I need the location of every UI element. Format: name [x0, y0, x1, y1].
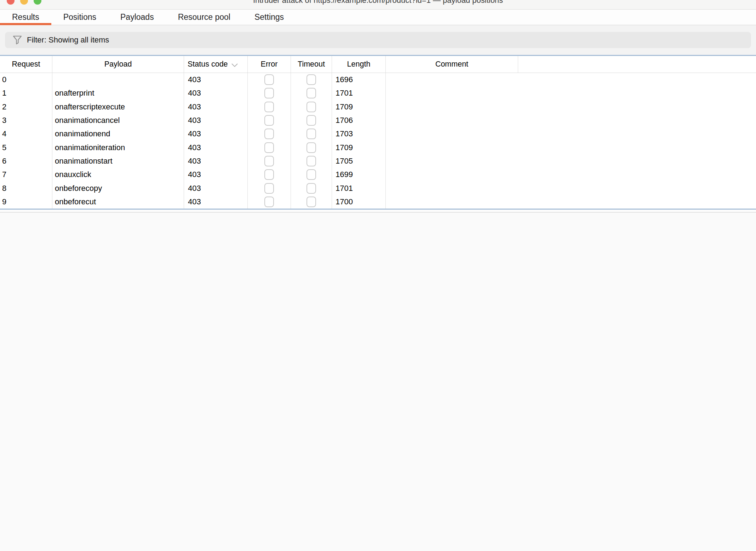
- table-row[interactable]: 7 onauxclick 403 1699: [0, 168, 756, 181]
- error-checkbox[interactable]: [264, 115, 274, 126]
- column-header-payload[interactable]: Payload: [52, 56, 184, 73]
- payload-cell: onanimationiteration: [52, 141, 184, 154]
- column-header-status-code[interactable]: Status code: [184, 56, 248, 73]
- table-row[interactable]: 2 onafterscriptexecute 403 1709: [0, 100, 756, 114]
- table-row[interactable]: 8 onbeforecopy 403 1701: [0, 181, 756, 195]
- comment-cell: [386, 100, 518, 114]
- status-code-cell: 403: [184, 73, 248, 86]
- error-checkbox[interactable]: [264, 142, 274, 153]
- payload-cell: onafterprint: [52, 86, 184, 100]
- table-row[interactable]: 6 onanimationstart 403 1705: [0, 154, 756, 168]
- error-checkbox[interactable]: [264, 169, 274, 180]
- error-checkbox[interactable]: [264, 102, 274, 112]
- error-checkbox[interactable]: [264, 74, 274, 85]
- status-code-cell: 403: [184, 100, 248, 114]
- column-header-error[interactable]: Error: [248, 56, 291, 73]
- payload-cell: onbeforecut: [52, 195, 184, 209]
- error-cell: [248, 127, 291, 141]
- timeout-cell: [291, 127, 332, 141]
- status-code-cell: 403: [184, 114, 248, 127]
- column-header-length[interactable]: Length: [332, 56, 386, 73]
- timeout-cell: [291, 73, 332, 86]
- error-cell: [248, 73, 291, 86]
- timeout-checkbox[interactable]: [307, 197, 316, 207]
- timeout-checkbox[interactable]: [307, 156, 316, 166]
- comment-cell: [386, 127, 518, 141]
- timeout-checkbox[interactable]: [307, 74, 316, 85]
- timeout-checkbox[interactable]: [307, 169, 316, 180]
- timeout-cell: [291, 168, 332, 181]
- payload-cell: onauxclick: [52, 168, 184, 181]
- filter-bar[interactable]: Filter: Showing all items: [5, 32, 751, 48]
- error-checkbox[interactable]: [264, 129, 274, 139]
- timeout-checkbox[interactable]: [307, 142, 316, 153]
- table-body: 0 403 1696 1 onafterprint 403 1701 2 ona…: [0, 73, 756, 209]
- comment-cell: [386, 168, 518, 181]
- payload-cell: [52, 73, 184, 86]
- table-header-row: Request Payload Status code Error Timeou…: [0, 56, 756, 73]
- status-code-cell: 403: [184, 195, 248, 209]
- error-checkbox[interactable]: [264, 197, 274, 207]
- tab-resource-pool[interactable]: Resource pool: [166, 10, 242, 25]
- table-row[interactable]: 1 onafterprint 403 1701: [0, 86, 756, 100]
- error-cell: [248, 114, 291, 127]
- error-cell: [248, 181, 291, 195]
- timeout-cell: [291, 141, 332, 154]
- table-row[interactable]: 9 onbeforecut 403 1700: [0, 195, 756, 209]
- column-header-timeout[interactable]: Timeout: [291, 56, 332, 73]
- table-row[interactable]: 4 onanimationend 403 1703: [0, 127, 756, 141]
- request-cell: 0: [0, 73, 52, 86]
- timeout-checkbox[interactable]: [307, 102, 316, 112]
- error-cell: [248, 100, 291, 114]
- error-cell: [248, 168, 291, 181]
- status-code-cell: 403: [184, 168, 248, 181]
- timeout-checkbox[interactable]: [307, 88, 316, 98]
- column-header-request[interactable]: Request: [0, 56, 52, 73]
- request-cell: 8: [0, 181, 52, 195]
- error-cell: [248, 154, 291, 168]
- error-checkbox[interactable]: [264, 183, 274, 194]
- timeout-checkbox[interactable]: [307, 115, 316, 126]
- tab-payloads[interactable]: Payloads: [108, 10, 166, 25]
- table-row[interactable]: 5 onanimationiteration 403 1709: [0, 141, 756, 154]
- comment-cell: [386, 114, 518, 127]
- tab-results[interactable]: Results: [0, 10, 51, 25]
- comment-cell: [386, 141, 518, 154]
- error-cell: [248, 195, 291, 209]
- table-row[interactable]: 3 onanimationcancel 403 1706: [0, 114, 756, 127]
- error-checkbox[interactable]: [264, 88, 274, 98]
- status-code-cell: 403: [184, 181, 248, 195]
- filter-band: Filter: Showing all items: [0, 25, 756, 55]
- tab-positions[interactable]: Positions: [51, 10, 108, 25]
- error-cell: [248, 86, 291, 100]
- length-cell: 1701: [332, 86, 386, 100]
- results-table: Request Payload Status code Error Timeou…: [0, 55, 756, 213]
- length-cell: 1699: [332, 168, 386, 181]
- status-code-cell: 403: [184, 154, 248, 168]
- timeout-cell: [291, 195, 332, 209]
- request-cell: 5: [0, 141, 52, 154]
- column-header-comment[interactable]: Comment: [386, 56, 518, 73]
- payload-cell: onanimationend: [52, 127, 184, 141]
- timeout-cell: [291, 181, 332, 195]
- length-cell: 1709: [332, 100, 386, 114]
- lower-pane: [0, 212, 756, 551]
- payload-cell: onbeforecopy: [52, 181, 184, 195]
- status-code-cell: 403: [184, 141, 248, 154]
- timeout-checkbox[interactable]: [307, 129, 316, 139]
- length-cell: 1709: [332, 141, 386, 154]
- comment-cell: [386, 195, 518, 209]
- column-header-empty: [518, 56, 756, 73]
- timeout-checkbox[interactable]: [307, 183, 316, 194]
- length-cell: 1700: [332, 195, 386, 209]
- tab-settings[interactable]: Settings: [242, 10, 296, 25]
- comment-cell: [386, 86, 518, 100]
- comment-cell: [386, 73, 518, 86]
- timeout-cell: [291, 154, 332, 168]
- table-row[interactable]: 0 403 1696: [0, 73, 756, 86]
- title-bar: Intruder attack of https://example.com/p…: [0, 0, 756, 10]
- length-cell: 1696: [332, 73, 386, 86]
- error-checkbox[interactable]: [264, 156, 274, 166]
- length-cell: 1705: [332, 154, 386, 168]
- length-cell: 1701: [332, 181, 386, 195]
